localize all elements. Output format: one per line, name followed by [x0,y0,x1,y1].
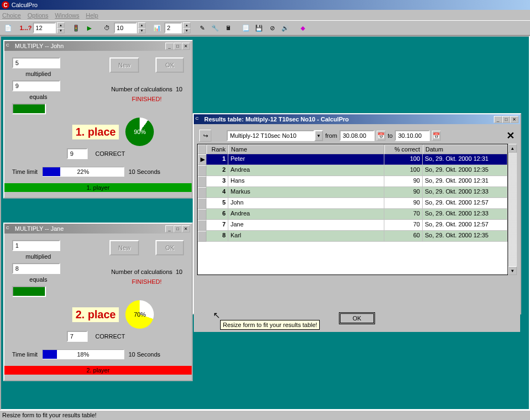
app-titlebar: C CalculPro [0,0,530,10]
operand2-input[interactable] [12,80,60,91]
correct-count [67,331,88,342]
from-label: from [325,132,337,139]
header-date[interactable]: Datum [423,144,508,154]
app-title: CalculPro [11,2,38,8]
window-icon: C [195,116,202,122]
menu-options[interactable]: Options [27,12,48,19]
new-button[interactable]: New [110,240,139,255]
new-button[interactable]: New [110,57,139,73]
close-button[interactable]: ✕ [182,43,190,50]
table-row[interactable]: 3 Hans 90 So, 29. Okt. 2000 12:31 [198,176,508,187]
player2-window: C MULTIPLY -- Jane _ □ ✕ multiplied equa… [3,223,193,381]
menubar: Choice Options Windows Help [0,10,530,20]
chart-icon[interactable]: 📊 [151,22,163,34]
menu-choice[interactable]: Choice [2,12,21,19]
scroll-down-icon[interactable]: ▼ [508,266,517,275]
page-icon[interactable]: 📃 [240,22,252,34]
maximize-button[interactable]: □ [174,225,182,232]
correct-count [67,148,88,159]
results-combo[interactable]: ▼ [227,130,323,141]
player-bar: 2. player [4,366,192,375]
window-icon: C [6,43,13,49]
player2-titlebar[interactable]: C MULTIPLY -- Jane _ □ ✕ [4,224,192,234]
num-calc-label: Number of calculations [111,86,172,92]
tool-icon-1[interactable]: ✎ [196,22,208,34]
player2-title: MULTIPLY -- Jane [15,225,64,232]
export-icon[interactable]: ↪ [199,130,211,142]
menu-help[interactable]: Help [86,12,99,19]
grid-header: Rank Name % correct Datum [198,144,508,154]
stop-icon[interactable]: ⊘ [266,22,278,34]
calendar-from-icon[interactable]: 📅 [377,131,385,141]
table-row[interactable]: 6 Andrea 70 So, 29. Okt. 2000 12:33 [198,209,508,220]
header-name[interactable]: Name [228,144,384,154]
player1-titlebar[interactable]: C MULTIPLY -- John _ □ ✕ [4,41,192,51]
results-grid[interactable]: Rank Name % correct Datum ▶ 1 Peter 100 … [197,144,508,275]
time-limit-label: Time limit [12,168,38,175]
operand1-input[interactable] [12,240,60,251]
menu-windows[interactable]: Windows [55,12,79,19]
range-label: 1...? [20,25,32,31]
calculator-icon[interactable]: 🖩 [222,22,234,34]
minimize-button[interactable]: _ [165,225,174,232]
window-icon: C [6,225,13,232]
table-row[interactable]: 4 Markus 90 So, 29. Okt. 2000 12:33 [198,187,508,198]
to-date[interactable] [395,130,430,141]
minimize-button[interactable]: _ [165,43,174,50]
range-input[interactable] [33,22,56,33]
count-input[interactable] [164,22,182,33]
time-progress: 18% [42,349,124,359]
table-row[interactable]: 8 Karl 60 So, 29. Okt. 2000 12:35 [198,231,508,242]
table-row[interactable]: ▶ 1 Peter 100 So, 29. Okt. 2000 12:31 [198,154,508,165]
result-display: 45 [12,103,46,114]
ok-button[interactable]: OK [155,57,184,73]
scroll-up-icon[interactable]: ▲ [508,144,517,153]
toolbar: 📄 1...? ▲▼ 🚦 ▶ ⏱ ▲▼ 📊 ▲▼ ✎ 🔧 🖩 📃 💾 ⊘ 🔊 ◆ [0,20,530,36]
eraser-icon[interactable]: ◆ [297,22,309,34]
close-button[interactable]: ✕ [510,116,519,123]
header-pct[interactable]: % correct [384,144,423,154]
close-results-icon[interactable]: ✕ [506,130,515,142]
place-label: 2. place [72,307,119,322]
timer-input[interactable] [114,22,137,33]
operand2-input[interactable] [12,263,60,274]
score-pie: 90% [125,118,154,146]
tooltip: Resize form to fit your results table! [220,320,320,330]
header-rank[interactable]: Rank [206,144,228,154]
place-label: 1. place [72,125,119,139]
table-row[interactable]: 7 Jane 70 So, 29. Okt. 2000 12:57 [198,220,508,231]
operator-label: multiplied [22,253,55,260]
dropdown-icon[interactable]: ▼ [314,130,323,141]
maximize-button[interactable]: □ [502,116,510,123]
close-button[interactable]: ✕ [182,225,190,232]
sound-icon[interactable]: 🔊 [279,22,291,34]
play-icon[interactable]: ▶ [83,22,95,34]
header-selector[interactable] [198,144,206,154]
tool-icon-2[interactable]: 🔧 [209,22,221,34]
player1-window: C MULTIPLY -- John _ □ ✕ multiplied equa… [3,40,193,199]
maximize-button[interactable]: □ [174,43,182,50]
range-spinner[interactable]: ▲▼ [57,22,65,33]
correct-label: CORRECT [95,150,125,157]
stopwatch-icon[interactable]: ⏱ [101,22,113,34]
results-titlebar[interactable]: C Results table: Multiply-12 T10sec No10… [194,114,520,124]
ok-button[interactable]: OK [155,240,184,255]
count-spinner[interactable]: ▲▼ [183,22,191,33]
table-row[interactable]: 5 John 90 So, 29. Okt. 2000 12:57 [198,198,508,209]
score-pie: 70% [125,300,154,329]
from-date[interactable] [339,130,375,141]
results-ok-button[interactable]: OK [339,312,375,324]
num-calc-label: Number of calculations [111,269,172,275]
calendar-to-icon[interactable]: 📅 [432,131,441,141]
grid-scrollbar[interactable]: ▲ ▼ [508,144,517,275]
operand1-input[interactable] [12,57,60,68]
table-row[interactable]: 2 Andrea 100 So, 29. Okt. 2000 12:35 [198,165,508,176]
file-icon[interactable]: 📄 [2,22,14,34]
save-icon[interactable]: 💾 [253,22,265,34]
minimize-button[interactable]: _ [494,116,502,123]
correct-label: CORRECT [95,333,125,340]
statusbar-text: Resize form to fit your results table! [2,412,96,418]
results-combo-input[interactable] [227,130,314,141]
timer-spinner[interactable]: ▲▼ [138,22,146,33]
traffic-light-icon[interactable]: 🚦 [70,22,82,34]
